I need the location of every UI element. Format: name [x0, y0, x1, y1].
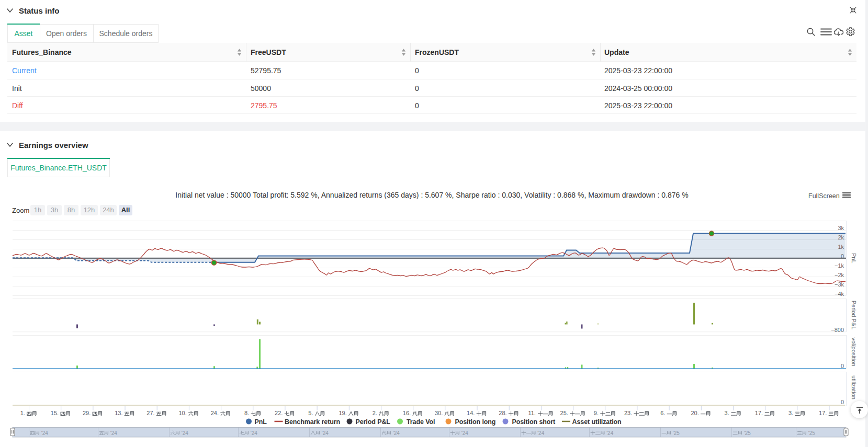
svg-text:3.: 3. — [725, 410, 729, 416]
svg-text:1k: 1k — [838, 244, 844, 250]
svg-text:Period P&L: Period P&L — [851, 301, 857, 330]
svg-text:5.: 5. — [308, 410, 313, 416]
svg-text:24.: 24. — [211, 410, 219, 416]
svg-text:3.: 3. — [788, 410, 793, 416]
svg-text:19.: 19. — [339, 410, 346, 416]
svg-text:6.: 6. — [660, 410, 665, 416]
svg-text:Benchmark return: Benchmark return — [285, 418, 340, 426]
svg-text:16.: 16. — [403, 410, 411, 416]
svg-text:'25: '25 — [808, 430, 815, 436]
svg-text:0: 0 — [841, 399, 844, 405]
svg-text:25.: 25. — [560, 410, 568, 416]
svg-text:10.: 10. — [179, 410, 187, 416]
svg-text:27.: 27. — [146, 410, 154, 416]
svg-text:Period P&L: Period P&L — [356, 418, 391, 426]
svg-text:0: 0 — [841, 363, 844, 369]
svg-text:'25: '25 — [673, 430, 680, 436]
svg-text:Position short: Position short — [512, 418, 556, 426]
svg-text:2.: 2. — [373, 410, 377, 416]
svg-text:14.: 14. — [467, 410, 475, 416]
svg-text:15.: 15. — [51, 410, 59, 416]
svg-text:utilization: utilization — [851, 375, 857, 399]
svg-text:vol/position: vol/position — [851, 337, 857, 366]
svg-text:2k: 2k — [838, 234, 844, 240]
svg-text:'24: '24 — [461, 430, 468, 436]
svg-text:−800: −800 — [831, 327, 844, 333]
svg-text:Trade Vol: Trade Vol — [407, 418, 435, 426]
svg-text:30.: 30. — [435, 410, 443, 416]
svg-text:'24: '24 — [393, 430, 400, 436]
svg-text:'24: '24 — [537, 430, 544, 436]
svg-text:'24: '24 — [251, 430, 257, 436]
svg-text:'24: '24 — [110, 430, 117, 436]
svg-text:8.: 8. — [244, 410, 249, 416]
svg-text:PnL: PnL — [851, 253, 857, 263]
svg-text:PnL: PnL — [255, 418, 267, 426]
svg-text:17.: 17. — [755, 410, 763, 416]
svg-text:13.: 13. — [115, 410, 122, 416]
svg-text:'24: '24 — [322, 430, 329, 436]
svg-text:1.: 1. — [20, 410, 25, 416]
svg-text:−2k: −2k — [835, 272, 844, 278]
svg-text:9.: 9. — [594, 410, 599, 416]
svg-text:3k: 3k — [838, 225, 844, 231]
svg-text:29.: 29. — [83, 410, 91, 416]
svg-text:'24: '24 — [606, 430, 613, 436]
svg-text:20.: 20. — [691, 410, 698, 416]
svg-text:'25: '25 — [744, 430, 751, 436]
svg-text:28.: 28. — [499, 410, 506, 416]
svg-text:23.: 23. — [624, 410, 632, 416]
svg-text:−1k: −1k — [835, 262, 844, 269]
svg-text:22.: 22. — [275, 410, 283, 416]
svg-text:−3k: −3k — [835, 281, 844, 288]
svg-text:−4k: −4k — [835, 291, 844, 297]
svg-text:'24: '24 — [41, 430, 48, 436]
svg-text:Position long: Position long — [455, 418, 496, 426]
svg-text:Asset utilization: Asset utilization — [572, 418, 622, 426]
svg-text:0: 0 — [841, 253, 844, 259]
svg-text:17.: 17. — [819, 410, 827, 416]
svg-text:11.: 11. — [528, 410, 535, 416]
svg-text:'24: '24 — [182, 430, 188, 436]
